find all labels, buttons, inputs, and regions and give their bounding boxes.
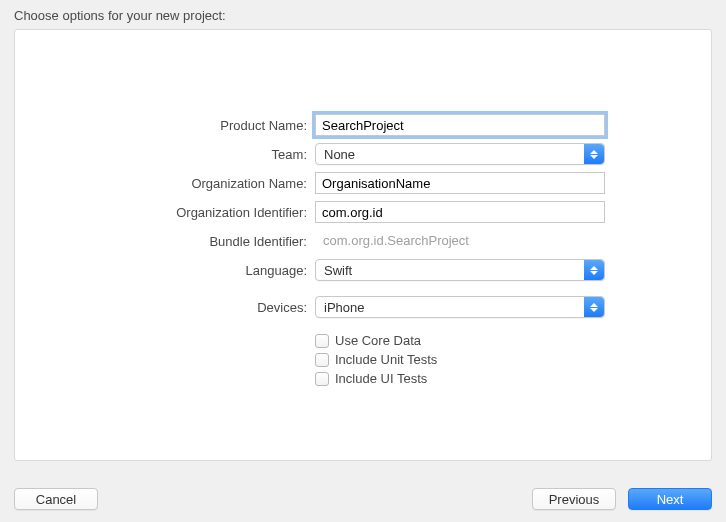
- devices-select-value: iPhone: [324, 300, 364, 315]
- previous-button[interactable]: Previous: [532, 488, 616, 510]
- label-product-name: Product Name:: [15, 118, 315, 133]
- updown-icon: [584, 144, 604, 164]
- use-core-data-checkbox[interactable]: [315, 334, 329, 348]
- bundle-identifier-value: com.org.id.SearchProject: [315, 230, 605, 252]
- footer: Cancel Previous Next: [14, 488, 712, 510]
- language-select[interactable]: Swift: [315, 259, 605, 281]
- dialog-title: Choose options for your new project:: [0, 0, 726, 29]
- updown-icon: [584, 260, 604, 280]
- label-organization-name: Organization Name:: [15, 176, 315, 191]
- organization-name-input[interactable]: [315, 172, 605, 194]
- include-unit-tests-label: Include Unit Tests: [335, 352, 437, 367]
- label-language: Language:: [15, 263, 315, 278]
- updown-icon: [584, 297, 604, 317]
- product-name-input[interactable]: [315, 114, 605, 136]
- team-select-value: None: [324, 147, 355, 162]
- label-bundle-identifier: Bundle Identifier:: [15, 234, 315, 249]
- label-organization-identifier: Organization Identifier:: [15, 205, 315, 220]
- include-unit-tests-checkbox[interactable]: [315, 353, 329, 367]
- organization-identifier-input[interactable]: [315, 201, 605, 223]
- team-select[interactable]: None: [315, 143, 605, 165]
- label-devices: Devices:: [15, 300, 315, 315]
- language-select-value: Swift: [324, 263, 352, 278]
- devices-select[interactable]: iPhone: [315, 296, 605, 318]
- form: Product Name: Team: None Organization Na…: [15, 114, 711, 397]
- label-team: Team:: [15, 147, 315, 162]
- cancel-button[interactable]: Cancel: [14, 488, 98, 510]
- include-ui-tests-label: Include UI Tests: [335, 371, 427, 386]
- next-button[interactable]: Next: [628, 488, 712, 510]
- form-panel: Product Name: Team: None Organization Na…: [14, 29, 712, 461]
- include-ui-tests-checkbox[interactable]: [315, 372, 329, 386]
- use-core-data-label: Use Core Data: [335, 333, 421, 348]
